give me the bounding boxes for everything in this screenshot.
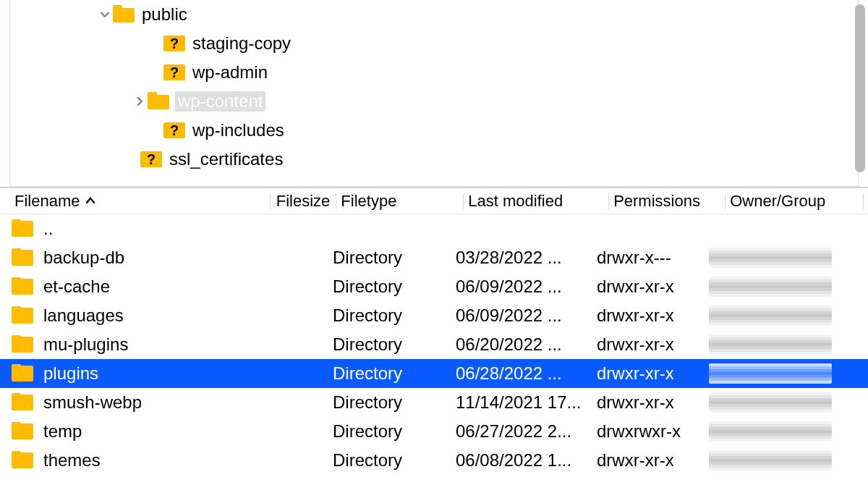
- cell-filetype: Directory: [333, 450, 456, 471]
- cell-owner-group: [709, 392, 843, 413]
- chevron-right-icon[interactable]: [132, 96, 148, 106]
- unknown-folder-icon: [163, 121, 185, 140]
- cell-filename: themes: [12, 450, 271, 471]
- table-row[interactable]: pluginsDirectory06/28/2022 ...drwxr-xr-x: [0, 359, 868, 388]
- header-last-modified[interactable]: Last modified: [468, 192, 608, 211]
- table-row[interactable]: et-cacheDirectory06/09/2022 ...drwxr-xr-…: [0, 272, 868, 301]
- unknown-folder-icon: [163, 34, 185, 53]
- chevron-down-icon[interactable]: [97, 9, 113, 20]
- table-row[interactable]: mu-pluginsDirectory06/20/2022 ...drwxr-x…: [0, 330, 868, 359]
- cell-filetype: Directory: [333, 277, 456, 297]
- indent: [10, 43, 148, 44]
- cell-filetype: Directory: [333, 305, 456, 326]
- cell-filename: temp: [12, 421, 271, 442]
- cell-owner-group: [709, 305, 843, 326]
- cell-last-modified: 06/09/2022 ...: [456, 305, 597, 326]
- cell-permissions: drwxr-xr-x: [597, 392, 709, 413]
- tree-scrollbar[interactable]: [855, 4, 865, 172]
- header-separator: [608, 193, 609, 209]
- folder-icon: [12, 306, 33, 325]
- folder-icon: [148, 92, 169, 111]
- header-separator: [863, 193, 864, 209]
- directory-tree-pane: publicstaging-copywp-adminwp-contentwp-i…: [0, 0, 868, 188]
- folder-icon: [12, 219, 33, 238]
- filename-text: ..: [43, 219, 53, 239]
- folder-icon: [12, 451, 33, 470]
- redacted-owner: [709, 277, 832, 297]
- folder-icon: [113, 5, 135, 24]
- header-filetype-label: Filetype: [341, 192, 396, 211]
- header-filesize[interactable]: Filesize: [275, 192, 336, 211]
- cell-owner-group: [709, 334, 843, 355]
- parent-directory-row[interactable]: ..: [0, 214, 868, 243]
- cell-filetype: Directory: [333, 392, 456, 413]
- header-filename[interactable]: Filename: [14, 192, 270, 211]
- cell-last-modified: 06/08/2022 1...: [456, 450, 597, 471]
- header-separator: [336, 193, 336, 209]
- filename-text: languages: [43, 305, 124, 326]
- header-filename-label: Filename: [14, 192, 80, 211]
- redacted-owner: [709, 450, 832, 471]
- header-filetype[interactable]: Filetype: [341, 192, 463, 211]
- folder-icon: [12, 277, 33, 296]
- file-manager: publicstaging-copywp-adminwp-contentwp-i…: [0, 0, 868, 485]
- folder-icon: [12, 393, 33, 412]
- cell-last-modified: 06/27/2022 2...: [456, 421, 597, 442]
- cell-filename: languages: [12, 305, 271, 326]
- tree-item-label: staging-copy: [191, 33, 292, 54]
- header-permissions[interactable]: Permissions: [613, 192, 725, 211]
- header-filesize-label: Filesize: [276, 192, 331, 211]
- filename-text: et-cache: [43, 277, 110, 297]
- unknown-folder-icon: [163, 63, 185, 82]
- cell-permissions: drwxrwxr-x: [597, 421, 709, 442]
- tree-item[interactable]: staging-copy: [10, 29, 858, 58]
- folder-icon: [12, 248, 33, 267]
- indent: [10, 72, 148, 73]
- folder-icon: [12, 364, 33, 383]
- cell-filename: plugins: [12, 363, 271, 384]
- tree-item-label: public: [140, 4, 189, 25]
- filename-text: smush-webp: [43, 392, 142, 413]
- header-permissions-label: Permissions: [613, 192, 700, 211]
- header-last-modified-label: Last modified: [468, 192, 563, 211]
- cell-filetype: Directory: [333, 363, 456, 384]
- tree-item[interactable]: wp-includes: [10, 116, 858, 145]
- column-headers: Filename Filesize Filetype Last modified…: [0, 188, 868, 214]
- tree-item[interactable]: ssl_certificates: [10, 145, 858, 174]
- tree-item[interactable]: wp-admin: [10, 58, 858, 87]
- tree-item-label: wp-content: [175, 91, 265, 111]
- directory-tree[interactable]: publicstaging-copywp-adminwp-contentwp-i…: [9, 0, 859, 187]
- redacted-owner: [709, 363, 832, 384]
- header-separator: [270, 193, 271, 209]
- header-owner-group[interactable]: Owner/Group: [730, 192, 863, 211]
- table-row[interactable]: tempDirectory06/27/2022 2...drwxrwxr-x: [0, 417, 868, 446]
- cell-filetype: Directory: [333, 334, 456, 355]
- cell-last-modified: 06/20/2022 ...: [456, 334, 597, 355]
- tree-item[interactable]: public: [10, 0, 858, 29]
- cell-owner-group: [709, 363, 843, 384]
- filename-text: mu-plugins: [43, 334, 128, 355]
- filename-text: themes: [43, 450, 101, 471]
- sort-ascending-icon: [85, 196, 95, 206]
- indent: [10, 101, 132, 102]
- indent: [10, 130, 148, 131]
- cell-filename: smush-webp: [12, 392, 271, 413]
- cell-last-modified: 03/28/2022 ...: [456, 248, 597, 268]
- cell-filetype: Directory: [333, 421, 456, 442]
- cell-filename: backup-db: [12, 248, 271, 268]
- table-row[interactable]: themesDirectory06/08/2022 1...drwxr-xr-x: [0, 446, 868, 475]
- cell-owner-group: [709, 248, 843, 268]
- tree-item-label: wp-admin: [191, 62, 269, 83]
- indent: [10, 159, 124, 160]
- table-row[interactable]: languagesDirectory06/09/2022 ...drwxr-xr…: [0, 301, 868, 330]
- filename-text: backup-db: [43, 248, 124, 268]
- header-separator: [725, 193, 726, 209]
- redacted-owner: [709, 248, 832, 268]
- redacted-owner: [709, 305, 832, 326]
- cell-filename: et-cache: [12, 277, 271, 297]
- table-row[interactable]: smush-webpDirectory11/14/2021 17...drwxr…: [0, 388, 868, 417]
- tree-item[interactable]: wp-content: [10, 87, 858, 116]
- table-row[interactable]: backup-dbDirectory03/28/2022 ...drwxr-x-…: [0, 243, 868, 272]
- file-list[interactable]: ..backup-dbDirectory03/28/2022 ...drwxr-…: [0, 214, 868, 485]
- redacted-owner: [709, 392, 832, 413]
